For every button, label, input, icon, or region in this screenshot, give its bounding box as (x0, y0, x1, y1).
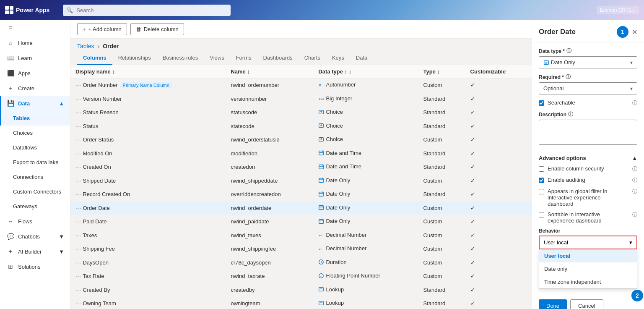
sidebar-item-tables[interactable]: Tables (0, 111, 70, 126)
row-drag-dots[interactable]: ··· (75, 300, 81, 306)
sidebar-item-flows[interactable]: ↔ Flows (0, 214, 70, 229)
row-drag-dots[interactable]: ··· (75, 246, 81, 252)
row-drag-dots[interactable]: ··· (75, 205, 81, 211)
sidebar-item-choices[interactable]: Choices (0, 126, 70, 140)
row-drag-dots[interactable]: ··· (75, 178, 81, 184)
tab-relationships[interactable]: Relationships (112, 51, 157, 65)
col-header-display-name[interactable]: Display name ↕ (70, 65, 226, 79)
data-type-info-icon[interactable]: ⓘ (566, 47, 571, 55)
row-drag-dots[interactable]: ··· (75, 109, 81, 115)
searchable-info-icon[interactable]: ⓘ (632, 100, 637, 107)
row-drag-dots[interactable]: ··· (75, 82, 81, 88)
description-info-icon[interactable]: ⓘ (568, 111, 573, 118)
sidebar-item-gateways[interactable]: Gateways (0, 199, 70, 214)
panel-close-button[interactable]: ✕ (632, 28, 637, 36)
sidebar-item-apps[interactable]: ⬛ Apps (0, 65, 70, 81)
tab-views[interactable]: Views (204, 51, 230, 65)
advanced-options-header[interactable]: Advanced options ▲ (539, 155, 637, 161)
table-row[interactable]: ··· Owning Team owningteam Lookup Standa… (70, 297, 532, 309)
behavior-select[interactable]: User local ▾ (540, 236, 636, 249)
data-type-dropdown[interactable]: Date Only ▾ (539, 56, 637, 68)
sidebar-item-export[interactable]: Export to data lake (0, 155, 70, 170)
col-customizable: ✓ (465, 160, 532, 174)
description-input[interactable] (539, 120, 637, 145)
app-logo[interactable]: Power Apps (5, 6, 49, 14)
required-dropdown[interactable]: Optional ▾ (539, 82, 637, 94)
row-drag-dots[interactable]: ··· (75, 287, 81, 293)
sidebar-item-label: Export to data lake (13, 159, 64, 165)
sidebar-item-chatbots[interactable]: 💬 Chatbots ▼ (0, 229, 70, 244)
tab-charts[interactable]: Charts (299, 51, 326, 65)
breadcrumb-tables[interactable]: Tables (77, 43, 94, 50)
row-drag-dots[interactable]: ··· (75, 123, 81, 129)
table-row[interactable]: ··· Created On createdon Date and Time S… (70, 160, 532, 174)
tab-forms[interactable]: Forms (230, 51, 257, 65)
auditing-info-icon[interactable]: ⓘ (632, 177, 637, 184)
table-row[interactable]: ··· Status Reason statuscode Choice Stan… (70, 106, 532, 120)
searchable-checkbox[interactable] (539, 100, 544, 106)
col-header-type[interactable]: Type ↕ (418, 65, 465, 79)
behavior-option-timezone-independent[interactable]: Time zone independent (539, 275, 637, 288)
add-column-button[interactable]: + + Add column (77, 23, 127, 35)
tab-business-rules[interactable]: Business rules (157, 51, 204, 65)
global-filter-row: Appears in global filter in interactive … (539, 188, 637, 207)
panel-title: Order Date (539, 28, 613, 36)
table-row[interactable]: ··· Shipping Fee nwind_shippingfee x÷ De… (70, 242, 532, 256)
search-bar[interactable]: 🔍 (63, 5, 231, 16)
behavior-option-date-only[interactable]: Date only (539, 262, 637, 275)
col-header-data-type[interactable]: Data type ↑ ↕ (313, 65, 418, 79)
row-drag-dots[interactable]: ··· (75, 259, 81, 266)
cancel-button[interactable]: Cancel (570, 299, 603, 309)
search-input[interactable] (63, 5, 231, 16)
collapse-icon[interactable]: ▲ (632, 155, 637, 161)
table-row[interactable]: ··· DaysOpen cr78c_daysopen Duration Cus… (70, 256, 532, 270)
sortable-checkbox[interactable] (539, 212, 544, 217)
row-drag-dots[interactable]: ··· (75, 136, 81, 143)
sortable-info-icon[interactable]: ⓘ (632, 211, 637, 218)
row-drag-dots[interactable]: ··· (75, 191, 81, 197)
table-row[interactable]: ··· Modified On modifiedon Date and Time… (70, 147, 532, 160)
row-drag-dots[interactable]: ··· (75, 150, 81, 157)
row-drag-dots[interactable]: ··· (75, 96, 81, 102)
row-drag-dots[interactable]: ··· (75, 273, 81, 279)
global-filter-info-icon[interactable]: ⓘ (632, 188, 637, 195)
sidebar-item-data[interactable]: 💾 Data ▲ (0, 96, 70, 111)
sidebar-item-custom-connectors[interactable]: Custom Connectors (0, 184, 70, 199)
done-button[interactable]: Done (539, 299, 567, 309)
col-security-info-icon[interactable]: ⓘ (632, 165, 637, 173)
table-row[interactable]: ··· Order Status nwind_orderstatusid Cho… (70, 133, 532, 147)
enable-column-security-checkbox[interactable] (539, 166, 544, 172)
sidebar-item-solutions[interactable]: ⊞ Solutions (0, 259, 70, 274)
tab-dashboards[interactable]: Dashboards (257, 51, 299, 65)
tab-data[interactable]: Data (350, 51, 373, 65)
tab-columns[interactable]: Columns (77, 51, 112, 65)
tab-keys[interactable]: Keys (326, 51, 350, 65)
delete-column-button[interactable]: 🗑 Delete column (130, 23, 184, 35)
table-row[interactable]: ··· Shipped Date nwind_shippeddate Date … (70, 174, 532, 188)
table-row[interactable]: ··· Paid Date nwind_paiddate Date Only C… (70, 215, 532, 229)
sidebar-item-dataflows[interactable]: Dataflows (0, 140, 70, 155)
table-row[interactable]: ··· Order NumberPrimary Name Column nwin… (70, 79, 532, 92)
row-drag-dots[interactable]: ··· (75, 232, 81, 238)
col-header-name[interactable]: Name ↕ (226, 65, 313, 79)
global-filter-checkbox[interactable] (539, 189, 544, 194)
enable-auditing-checkbox[interactable] (539, 178, 544, 183)
table-row[interactable]: ··· Tax Rate nwind_taxrate ~ Floating Po… (70, 270, 532, 283)
required-info-icon[interactable]: ⓘ (566, 73, 571, 81)
sidebar-item-learn[interactable]: 📖 Learn (0, 50, 70, 65)
table-row[interactable]: ··· Taxes nwind_taxes x÷ Decimal Number … (70, 228, 532, 242)
sidebar-item-connections[interactable]: Connections (0, 170, 70, 184)
behavior-option-user-local[interactable]: User local (539, 249, 637, 262)
row-drag-dots[interactable]: ··· (75, 164, 81, 170)
table-row[interactable]: ··· Record Created On overriddencreatedo… (70, 188, 532, 202)
display-name: DaysOpen (83, 259, 108, 266)
row-drag-dots[interactable]: ··· (75, 218, 81, 225)
sidebar-item-create[interactable]: + Create (0, 81, 70, 96)
table-row[interactable]: ··· Order Date nwind_orderdate Date Only… (70, 201, 532, 215)
sidebar-item-ai-builder[interactable]: ✦ AI Builder ▼ (0, 244, 70, 259)
table-row[interactable]: ··· Status statecode Choice Standard ✓ (70, 119, 532, 133)
table-row[interactable]: ··· Created By createdby Lookup Standard… (70, 283, 532, 297)
sidebar-item-home[interactable]: ⌂ Home (0, 35, 70, 50)
sidebar-item-menu[interactable]: ≡ (0, 20, 70, 35)
table-row[interactable]: ··· Version Number versionnumber 123 Big… (70, 92, 532, 106)
